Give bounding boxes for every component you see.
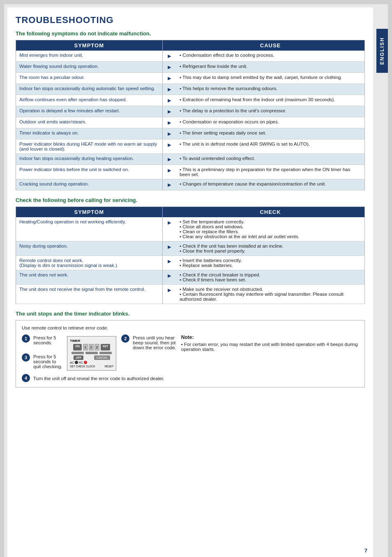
section1-arrow-header bbox=[162, 40, 176, 51]
cause-cell: • Changes of temperature cause the expan… bbox=[176, 179, 364, 190]
arrow-icon: ► bbox=[166, 287, 172, 293]
arrow-icon: ► bbox=[166, 272, 172, 279]
section2-arrow-header bbox=[162, 207, 176, 218]
section3-title: The unit stops and the timer indicator b… bbox=[16, 311, 365, 317]
table-row: Power indicator blinks during HEAT mode … bbox=[16, 139, 365, 154]
table-row: Indoor fan stops occasionally during hea… bbox=[16, 154, 365, 165]
cause-text: • This helps to remove the surrounding o… bbox=[180, 86, 277, 91]
section1-title: The following symptoms do not indicate m… bbox=[16, 30, 365, 37]
arrow-cell: ► bbox=[162, 165, 176, 179]
symptom-text: Indoor fan stops occasionally during aut… bbox=[19, 86, 155, 91]
check-text: • Insert the batteries correctly.• Repla… bbox=[180, 258, 242, 268]
step2-item: 2 Press until you hearbeep sound, then j… bbox=[121, 334, 176, 350]
remote-set-btn[interactable]: SET bbox=[101, 344, 111, 350]
set-check-clock-label: SET CHECK CLOCK bbox=[70, 365, 95, 368]
arrow-cell: ► bbox=[162, 51, 176, 62]
symptom-cell: Outdoor unit emits water/steam. bbox=[16, 117, 163, 128]
main-content: TROUBLESHOOTING The following symptoms d… bbox=[7, 7, 373, 557]
symptom-text: Indoor fan stops occasionally during hea… bbox=[19, 156, 134, 161]
arrow-cell: ► bbox=[162, 139, 176, 154]
side-tab: ENGLISH bbox=[376, 29, 388, 73]
table-row: Power indicator blinks before the unit i… bbox=[16, 165, 365, 179]
section2-check-header: CHECK bbox=[176, 207, 364, 218]
symptom-cell: Cracking sound during operation. bbox=[16, 179, 163, 190]
table-row: Heating/Cooling operation is not working… bbox=[16, 217, 365, 241]
symptom-cell: Indoor fan stops occasionally during aut… bbox=[16, 84, 163, 95]
check-cell: • Make sure the receiver not obstructed.… bbox=[176, 285, 364, 304]
spacer bbox=[85, 355, 93, 360]
symptom-text: The room has a peculiar odour. bbox=[19, 75, 85, 80]
arrow-icon: ► bbox=[166, 258, 172, 265]
symptom-cell: Airflow continues even after operation h… bbox=[16, 95, 163, 106]
section2-table: SYMPTOM CHECK Heating/Cooling operation … bbox=[16, 207, 365, 304]
symptom-cell: Indoor fan stops occasionally during hea… bbox=[16, 154, 163, 165]
arrow-cell: ► bbox=[162, 62, 176, 73]
arrow-icon: ► bbox=[166, 244, 172, 250]
symptom-text: Power indicator blinks before the unit i… bbox=[19, 167, 129, 172]
symptom-cell: Power indicator blinks before the unit i… bbox=[16, 165, 163, 179]
left-steps: 1 Press for 5seconds. 3 Press for 5secon… bbox=[22, 334, 62, 371]
check-cell: • Insert the batteries correctly.• Repla… bbox=[176, 256, 364, 270]
bottom-labels: SET CHECK CLOCK RESET bbox=[70, 365, 113, 368]
symptom-cell: Timer indicator is always on. bbox=[16, 128, 163, 139]
rc-label: RC bbox=[79, 361, 83, 364]
note-text: • For certain error, you may restart the… bbox=[181, 342, 359, 352]
arrow-icon: ► bbox=[166, 119, 172, 126]
symptom-cell: Water flowing sound during operation. bbox=[16, 62, 163, 73]
section3-intro: Use remote control to retrieve error cod… bbox=[22, 325, 359, 330]
reset-label: RESET bbox=[105, 365, 114, 368]
step2-num: 2 bbox=[121, 334, 129, 343]
arrow-icon: ► bbox=[166, 181, 172, 188]
check-cell: • Set the temperature correctly.• Close … bbox=[176, 217, 364, 241]
step2-block: 2 Press until you hearbeep sound, then j… bbox=[121, 334, 176, 371]
check-text: • Make sure the receiver not obstructed.… bbox=[180, 287, 344, 302]
table-row: Remote control does not work.(Display is… bbox=[16, 256, 365, 270]
step1-text: Press for 5seconds. bbox=[33, 334, 56, 345]
remote-cancel-btn[interactable]: CANCEL bbox=[94, 355, 110, 360]
lcd-1: 1 bbox=[83, 344, 88, 350]
cause-text: • To avoid unintended cooling effect. bbox=[180, 156, 255, 161]
section2-title: Check the following before calling for s… bbox=[16, 197, 365, 203]
symptom-text: Heating/Cooling operation is not working… bbox=[19, 219, 126, 224]
side-tab-label: ENGLISH bbox=[379, 37, 385, 65]
arrow-icon: ► bbox=[166, 142, 172, 148]
table-row: Indoor fan stops occasionally during aut… bbox=[16, 84, 365, 95]
step3-item: 3 Press for 5seconds toquit checking. bbox=[22, 353, 62, 369]
section2-symptom-header: SYMPTOM bbox=[16, 207, 163, 218]
symptom-cell: The unit does not receive the signal fro… bbox=[16, 285, 163, 304]
page-number: 7 bbox=[364, 548, 367, 554]
symptom-text: Timer indicator is always on. bbox=[19, 130, 79, 135]
symptom-text: Water flowing sound during operation. bbox=[19, 64, 99, 69]
remote-graphic: TIMER ON 1 2 3 SET bbox=[67, 336, 116, 371]
step4-text: Turn the unit off and reveal the error c… bbox=[33, 375, 164, 381]
symptom-text: Airflow continues even after operation h… bbox=[19, 97, 127, 102]
table-row: Cracking sound during operation.►• Chang… bbox=[16, 179, 365, 190]
arrow-cell: ► bbox=[162, 270, 176, 285]
arrow-cell: ► bbox=[162, 128, 176, 139]
section1-table: SYMPTOM CAUSE Mist emerges from indoor u… bbox=[16, 40, 365, 190]
arrow-icon: ► bbox=[166, 130, 172, 137]
table-row: The room has a peculiar odour.►• This ma… bbox=[16, 73, 365, 84]
remote-on-set-row: ON 1 2 3 SET bbox=[70, 344, 113, 350]
symptom-cell: The unit does not work. bbox=[16, 270, 163, 285]
table-row: Timer indicator is always on.►• The time… bbox=[16, 128, 365, 139]
check-text: • Set the temperature correctly.• Close … bbox=[180, 219, 300, 239]
section3-content: Use remote control to retrieve error cod… bbox=[16, 320, 365, 388]
cause-text: • The delay is a protection to the unit'… bbox=[180, 108, 286, 113]
step3-num: 3 bbox=[22, 353, 30, 362]
note-title: Note: bbox=[181, 334, 359, 340]
lcd-bar-row bbox=[70, 352, 113, 354]
remote-off-btn[interactable]: OFF bbox=[74, 355, 83, 360]
symptom-text: Cracking sound during operation. bbox=[19, 181, 89, 186]
arrow-icon: ► bbox=[166, 86, 172, 93]
lcd-3: 3 bbox=[95, 344, 99, 350]
remote-on-btn[interactable]: ON bbox=[73, 344, 82, 350]
page-title: TROUBLESHOOTING bbox=[16, 15, 365, 26]
arrow-icon: ► bbox=[166, 64, 172, 70]
symptom-cell: Heating/Cooling operation is not working… bbox=[16, 217, 163, 241]
arrow-icon: ► bbox=[166, 97, 172, 104]
cause-cell: • To avoid unintended cooling effect. bbox=[176, 154, 364, 165]
symptom-cell: Mist emerges from indoor unit. bbox=[16, 51, 163, 62]
ac-label: AC bbox=[70, 361, 74, 364]
table-row: Outdoor unit emits water/steam.►• Conden… bbox=[16, 117, 365, 128]
